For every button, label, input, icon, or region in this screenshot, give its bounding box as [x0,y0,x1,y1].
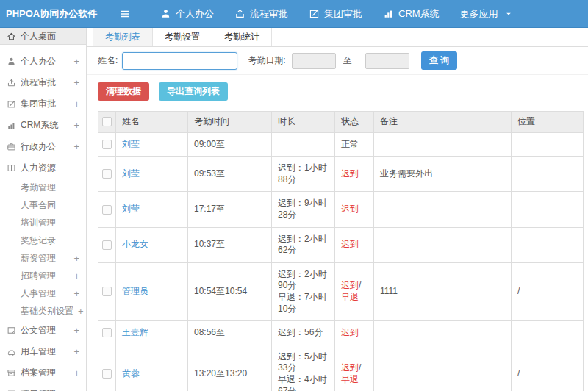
employee-name-link[interactable]: 刘莹 [122,204,140,214]
sidebar-item-label: 项目管理 [21,388,56,391]
sidebar-item-label: 薪资管理 [21,252,56,265]
approval-icon [7,99,16,109]
nav-item[interactable]: 更多应用 [450,0,523,27]
location-cell [512,192,584,227]
nav-item[interactable]: 流程审批 [224,0,298,27]
attendance-time-cell: 10:37至 [188,227,272,262]
expand-plus-icon[interactable]: + [74,325,82,336]
expand-plus-icon[interactable]: + [74,270,82,281]
expand-plus-icon[interactable]: + [74,346,82,357]
sidebar-item[interactable]: 薪资管理+ [0,249,86,267]
nav-item[interactable]: CRM系统 [373,0,450,27]
column-header: 姓名 [116,112,188,133]
attendance-time-cell: 09:00至 [188,132,272,157]
row-checkbox[interactable] [102,328,112,337]
expand-plus-icon[interactable]: + [74,367,82,379]
attendance-table-wrap: 姓名考勤时间时长状态备注位置 刘莹09:00至正常刘莹09:53至迟到：1小时8… [98,111,588,391]
sidebar-item-label: 招聘管理 [21,270,56,282]
sidebar-item-label: 考勤管理 [21,182,56,194]
search-button[interactable]: 查 询 [421,51,457,70]
export-list-button[interactable]: 导出查询列表 [159,82,228,101]
sidebar-item[interactable]: 人力资源− [0,157,86,179]
sidebar-item-label: 人事合同 [21,199,56,212]
expand-plus-icon[interactable]: + [74,98,82,110]
sidebar-item[interactable]: 考勤管理 [0,179,86,196]
column-header: 考勤时间 [188,112,272,133]
expand-plus-icon[interactable]: + [78,306,86,317]
document-icon [7,326,16,335]
clean-data-button[interactable]: 清理数据 [98,82,149,101]
briefcase-icon [7,142,16,151]
expand-plus-icon[interactable]: + [74,141,82,152]
chart-icon [7,121,16,130]
date-to-input[interactable] [365,53,409,69]
name-input[interactable] [122,52,237,70]
expand-plus-icon[interactable]: + [74,120,82,131]
caret-down-icon [504,10,513,18]
status-cell: 正常 [335,132,374,157]
tab-active[interactable]: 考勤列表 [93,28,153,46]
row-checkbox[interactable] [102,169,112,179]
sidebar-item[interactable]: 培训管理 [0,214,86,232]
sidebar-item[interactable]: 个人桌面 [0,28,86,45]
remark-cell: 业务需要外出 [374,157,512,192]
expand-plus-icon[interactable]: + [74,77,82,88]
sidebar-item[interactable]: 用车管理+ [0,341,86,362]
sidebar-item-label: 公文管理 [21,324,56,337]
sidebar-item[interactable]: 个人办公+ [0,51,86,72]
sidebar-item[interactable]: 公文管理+ [0,320,86,341]
employee-name-link[interactable]: 刘莹 [122,168,140,179]
nav-item-label: 流程审批 [250,7,288,21]
status-cell: 迟到 [335,157,374,192]
row-checkbox[interactable] [102,205,112,215]
duration-cell: 迟到：2小时90分早退：7小时10分 [272,262,335,320]
sidebar-item-label: 奖惩记录 [21,234,56,247]
expand-plus-icon[interactable]: + [74,56,82,67]
employee-name-link[interactable]: 刘莹 [122,139,140,149]
sidebar-item[interactable]: 基础类别设置+ [0,302,86,320]
remark-cell [374,321,512,345]
date-from-input[interactable] [292,53,336,69]
table-row: 刘莹17:17至迟到：9小时28分迟到 [98,192,584,227]
location-cell [512,157,584,192]
sidebar-item-label: 人事管理 [21,287,56,300]
status-cell: 迟到 [335,192,374,227]
location-cell [512,321,584,345]
status-cell: 迟到 [335,227,374,262]
expand-plus-icon[interactable]: + [74,288,82,299]
tab-item[interactable]: 考勤统计 [212,28,272,46]
tab-item[interactable]: 考勤设置 [153,28,212,46]
employee-name-link[interactable]: 管理员 [122,286,148,296]
column-header: 位置 [512,112,584,133]
sidebar-item-label: 流程审批 [21,76,56,89]
row-checkbox[interactable] [102,140,112,149]
nav-item-label: 更多应用 [460,7,498,21]
sidebar-item[interactable]: 招聘管理+ [0,267,86,284]
employee-name-link[interactable]: 小龙女 [122,239,148,249]
status-cell: 迟到/早退 [335,345,374,391]
column-header: 状态 [335,112,374,133]
menu-icon[interactable] [119,8,131,20]
sidebar-item[interactable]: 奖惩记录 [0,232,86,249]
expand-plus-icon[interactable]: + [74,253,82,264]
nav-item[interactable]: 个人办公 [150,0,224,27]
employee-name-link[interactable]: 黄蓉 [122,368,140,379]
nav-item[interactable]: 集团审批 [298,0,373,27]
row-checkbox[interactable] [102,369,112,379]
sidebar-item[interactable]: 人事合同 [0,196,86,214]
sidebar-item[interactable]: 行政办公+ [0,136,86,157]
sidebar-item[interactable]: 流程审批+ [0,72,86,93]
sidebar-item[interactable]: 集团审批+ [0,93,86,115]
row-checkbox[interactable] [102,240,112,250]
sidebar-item[interactable]: 人事管理+ [0,284,86,302]
collapse-minus-icon[interactable]: − [74,162,82,173]
chart-icon [383,8,394,19]
sidebar-item[interactable]: 档案管理+ [0,362,86,384]
sidebar-item[interactable]: CRM系统+ [0,115,86,136]
location-cell [512,227,584,262]
row-checkbox[interactable] [102,287,112,296]
location-cell: / [512,345,584,391]
select-all-checkbox[interactable] [102,117,112,126]
sidebar-item[interactable]: 项目管理+ [0,384,86,391]
employee-name-link[interactable]: 王壹辉 [122,327,148,337]
